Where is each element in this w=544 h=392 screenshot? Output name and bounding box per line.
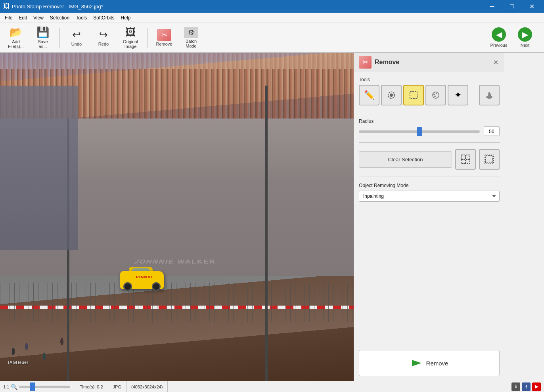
- stamp-tool-button[interactable]: [479, 85, 500, 105]
- ground-people: [0, 283, 88, 381]
- tools-row: ✏️ ✦: [359, 85, 500, 105]
- toolbox-close-button[interactable]: ✕: [492, 58, 500, 66]
- remove-action-button[interactable]: Remove: [359, 350, 500, 376]
- svg-rect-2: [410, 92, 417, 99]
- redo-icon: ↪: [99, 29, 108, 41]
- toolbox-header: ✂ Remove ✕: [354, 53, 504, 72]
- radius-slider[interactable]: [359, 130, 480, 133]
- selection-separator: [359, 176, 500, 176]
- clear-selection-button[interactable]: Clear Selection: [359, 151, 452, 168]
- youtube-icon-button[interactable]: ▶: [532, 382, 541, 391]
- menu-edit[interactable]: Edit: [15, 14, 30, 22]
- menu-softorbits[interactable]: SoftOrbits: [90, 14, 117, 22]
- batch-mode-button[interactable]: ⚙ BatchMode: [178, 25, 204, 50]
- dimensions-section: (4032x3024x24): [126, 381, 168, 392]
- rectangle-tool-button[interactable]: [403, 85, 424, 105]
- title-bar: 🖼 Photo Stamp Remover - IMG_8562.jpg* ─ …: [0, 0, 544, 13]
- svg-rect-8: [488, 94, 491, 97]
- app-icon: 🖼: [3, 3, 10, 10]
- svg-point-4: [433, 94, 435, 95]
- remove-button[interactable]: ✂ Remove: [151, 25, 177, 50]
- image-canvas[interactable]: JOHNNIE WALKER RENAULT TAGHeuer: [0, 53, 354, 381]
- toolbox-panel: ✂ Remove ✕ Tools ✏️: [354, 53, 504, 381]
- remove-action-label: Remove: [426, 360, 448, 367]
- remove-arrow-icon: [410, 357, 423, 369]
- wand-tool-button[interactable]: ✦: [448, 85, 468, 105]
- format-section: JPG: [108, 381, 126, 392]
- svg-rect-13: [486, 156, 493, 163]
- radius-separator: [359, 142, 500, 143]
- original-image-button[interactable]: 🖼 OriginalImage: [118, 25, 143, 50]
- save-as-button[interactable]: 💾 Saveas...: [30, 25, 56, 50]
- track-text: JOHNNIE WALKER: [133, 259, 217, 265]
- maximize-button[interactable]: □: [503, 0, 521, 13]
- zoom-slider[interactable]: [19, 386, 70, 388]
- building-left: [0, 86, 78, 250]
- add-files-icon: 📂: [10, 26, 22, 38]
- object-removing-mode-section: Object Removing Mode Inpainting Smart Fi…: [359, 183, 500, 202]
- next-label: Next: [521, 43, 530, 48]
- menu-bar: File Edit View Selection Tools SoftOrbit…: [0, 13, 544, 23]
- zoom-icon: 🔍: [11, 384, 17, 390]
- tools-section: Tools ✏️ ✦: [359, 77, 500, 105]
- main-area: JOHNNIE WALKER RENAULT TAGHeuer: [0, 53, 544, 381]
- object-removing-mode-select[interactable]: Inpainting Smart Fill Cloning: [359, 191, 500, 202]
- pencil-tool-button[interactable]: ✏️: [359, 85, 379, 105]
- spacer: [359, 207, 500, 344]
- batch-mode-icon: ⚙: [184, 27, 198, 38]
- save-as-label: Saveas...: [38, 39, 48, 49]
- undo-button[interactable]: ↩ Undo: [64, 25, 89, 50]
- selection-expand-button[interactable]: [455, 149, 476, 170]
- radius-row: 50: [359, 126, 500, 136]
- svg-rect-14: [485, 155, 494, 164]
- menu-file[interactable]: File: [2, 14, 15, 22]
- magic-tool-button[interactable]: [425, 85, 446, 105]
- menu-selection[interactable]: Selection: [47, 14, 73, 22]
- radius-value: 50: [484, 126, 500, 136]
- menu-help[interactable]: Help: [118, 14, 134, 22]
- next-icon: ▶: [518, 27, 532, 42]
- object-removing-mode-label: Object Removing Mode: [359, 183, 500, 188]
- add-files-label: AddFile(s)...: [8, 39, 24, 49]
- minimize-button[interactable]: ─: [483, 0, 501, 13]
- svg-point-6: [434, 96, 436, 97]
- info-icon-button[interactable]: ℹ: [511, 382, 520, 391]
- navigation-area: ◀ Previous ▶ Next: [486, 25, 538, 50]
- svg-point-1: [390, 94, 393, 96]
- redo-label: Redo: [98, 42, 109, 46]
- add-files-button[interactable]: 📂 AddFile(s)...: [3, 25, 29, 50]
- remove-label: Remove: [156, 42, 172, 46]
- previous-label: Previous: [490, 43, 508, 48]
- yellow-car: RENAULT: [120, 265, 164, 289]
- window-title: Photo Stamp Remover - IMG_8562.jpg*: [12, 4, 103, 10]
- car-brand-text: RENAULT: [136, 275, 153, 279]
- svg-marker-15: [412, 360, 421, 366]
- toolbox-body: Tools ✏️ ✦: [354, 72, 504, 381]
- redo-button[interactable]: ↪ Redo: [91, 25, 116, 50]
- original-image-icon: 🖼: [125, 26, 136, 38]
- toolbox-title: Remove: [375, 59, 399, 66]
- svg-point-3: [433, 92, 439, 98]
- save-as-icon: 💾: [36, 26, 49, 38]
- toolbar-separator-1: [59, 28, 60, 48]
- window-controls: ─ □ ✕: [483, 0, 541, 13]
- tag-heuer-banner: TAGHeuer: [7, 360, 29, 365]
- undo-icon: ↩: [72, 29, 81, 41]
- zoom-section: 1:1 🔍: [3, 384, 70, 390]
- original-image-label: OriginalImage: [123, 39, 138, 49]
- menu-view[interactable]: View: [30, 14, 47, 22]
- lasso-tool-button[interactable]: [381, 85, 402, 105]
- toolbox-title-area: ✂ Remove: [359, 56, 399, 69]
- selection-contract-button[interactable]: [479, 149, 500, 170]
- selection-row: Clear Selection: [359, 149, 500, 170]
- time-display: Time(s): 0.2: [80, 384, 103, 389]
- menu-tools[interactable]: Tools: [73, 14, 90, 22]
- radius-section: Radius 50: [359, 119, 500, 136]
- next-button[interactable]: ▶ Next: [512, 25, 538, 50]
- facebook-icon-button[interactable]: f: [522, 382, 531, 391]
- svg-rect-9: [488, 92, 490, 94]
- car-body: RENAULT: [120, 271, 164, 289]
- radius-label: Radius: [359, 119, 500, 124]
- previous-button[interactable]: ◀ Previous: [486, 25, 511, 50]
- close-button[interactable]: ✕: [523, 0, 541, 13]
